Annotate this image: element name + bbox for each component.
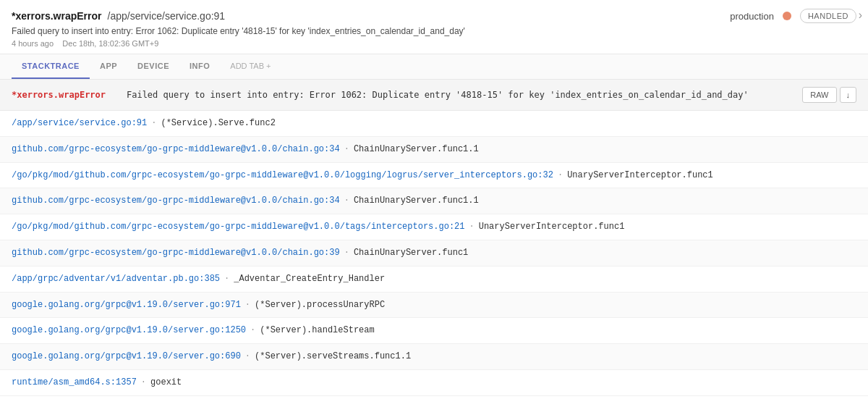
stack-frame: github.com/grpc-ecosystem/go-grpc-middle… <box>0 137 868 163</box>
download-icon: ↓ <box>846 91 851 99</box>
stacktrace-separator <box>111 90 121 100</box>
frame-path: google.golang.org/grpc@v1.19.0/server.go… <box>12 324 246 337</box>
frame-separator: · <box>141 377 146 389</box>
stack-frame: github.com/grpc-ecosystem/go-grpc-middle… <box>0 240 868 267</box>
error-meta: 4 hours ago Dec 18th, 18:02:36 GMT+9 <box>12 39 856 48</box>
frame-separator: · <box>224 273 229 285</box>
stack-frame: google.golang.org/grpc@v1.19.0/server.go… <box>0 293 868 319</box>
frame-func: goexit <box>150 377 182 389</box>
frame-func: ChainUnaryServer.func1.1 <box>354 195 479 207</box>
tab-bar: STACKTRACE APP DEVICE INFO ADD TAB + <box>0 54 868 80</box>
collapse-button[interactable]: › <box>853 6 868 25</box>
handled-badge: HANDLED <box>800 9 856 23</box>
error-message: Failed query to insert into entry: Error… <box>12 26 856 36</box>
error-type: *xerrors.wrapError <box>12 10 102 22</box>
frame-func: ChainUnaryServer.func1.1 <box>354 143 479 156</box>
frame-separator: · <box>344 195 349 207</box>
frame-func: _Adventar_CreateEntry_Handler <box>234 273 385 285</box>
environment-label: production <box>730 11 774 22</box>
stacktrace-content: /app/service/service.go:91 · (*Service).… <box>0 111 868 396</box>
frame-path: /go/pkg/mod/github.com/grpc-ecosystem/go… <box>12 169 553 182</box>
frame-path: google.golang.org/grpc@v1.19.0/server.go… <box>12 351 241 363</box>
stacktrace-error-message: Failed query to insert into entry: Error… <box>127 90 749 100</box>
error-header: › *xerrors.wrapError /app/service/servic… <box>0 0 868 54</box>
stacktrace-buttons: RAW ↓ <box>802 87 856 103</box>
time-ago: 4 hours ago <box>12 39 54 48</box>
frame-path: github.com/grpc-ecosystem/go-grpc-middle… <box>12 195 340 207</box>
stack-frame: github.com/grpc-ecosystem/go-grpc-middle… <box>0 188 868 214</box>
frame-separator: · <box>250 324 255 337</box>
frame-func: UnaryServerInterceptor.func1 <box>567 169 713 182</box>
error-location: /app/service/service.go:91 <box>108 10 226 22</box>
stacktrace-error-info: *xerrors.wrapError Failed query to inser… <box>12 90 749 100</box>
frame-path: /app/service/service.go:91 <box>12 117 147 130</box>
tab-app[interactable]: APP <box>90 54 127 79</box>
status-dot <box>783 12 791 20</box>
frame-func: ChainUnaryServer.func1 <box>354 247 468 259</box>
download-button[interactable]: ↓ <box>840 87 857 103</box>
frame-separator: · <box>344 143 349 156</box>
timestamp: Dec 18th, 18:02:36 GMT+9 <box>62 39 158 48</box>
tab-add[interactable]: ADD TAB + <box>220 54 281 79</box>
frame-path: /go/pkg/mod/github.com/grpc-ecosystem/go… <box>12 221 465 233</box>
tab-stacktrace[interactable]: STACKTRACE <box>12 54 90 79</box>
stack-frame: /go/pkg/mod/github.com/grpc-ecosystem/go… <box>0 163 868 189</box>
error-panel: › *xerrors.wrapError /app/service/servic… <box>0 0 868 396</box>
frame-separator: · <box>151 117 156 130</box>
frame-func: UnaryServerInterceptor.func1 <box>479 221 625 233</box>
frame-separator: · <box>245 351 250 363</box>
tab-device[interactable]: DEVICE <box>127 54 179 79</box>
stack-frame: /go/pkg/mod/github.com/grpc-ecosystem/go… <box>0 214 868 240</box>
frame-path: github.com/grpc-ecosystem/go-grpc-middle… <box>12 143 340 156</box>
frame-func: (*Service).Serve.func2 <box>161 117 275 130</box>
frame-path: runtime/asm_amd64.s:1357 <box>12 377 137 389</box>
frame-separator: · <box>344 247 349 259</box>
frame-func: (*Server).serveStreams.func1.1 <box>255 351 411 363</box>
stack-frame: runtime/asm_amd64.s:1357 · goexit <box>0 370 868 396</box>
header-right: production HANDLED <box>730 9 856 23</box>
stacktrace-header: *xerrors.wrapError Failed query to inser… <box>0 80 868 111</box>
frame-separator: · <box>469 221 475 233</box>
error-title: *xerrors.wrapError /app/service/service.… <box>12 10 225 22</box>
frame-func: (*Server).handleStream <box>260 324 374 337</box>
stacktrace-error-type: *xerrors.wrapError <box>12 90 106 100</box>
raw-button[interactable]: RAW <box>802 87 836 103</box>
frame-path: google.golang.org/grpc@v1.19.0/server.go… <box>12 299 241 311</box>
tab-info[interactable]: INFO <box>179 54 220 79</box>
frame-path: /app/grpc/adventar/v1/adventar.pb.go:385 <box>12 273 220 285</box>
frame-path: github.com/grpc-ecosystem/go-grpc-middle… <box>12 247 340 259</box>
frame-separator: · <box>245 299 250 311</box>
stack-frame: google.golang.org/grpc@v1.19.0/server.go… <box>0 318 868 344</box>
frame-func: (*Server).processUnaryRPC <box>255 299 385 311</box>
stack-frame: google.golang.org/grpc@v1.19.0/server.go… <box>0 344 868 370</box>
frame-separator: · <box>558 169 563 182</box>
stack-frame: /app/service/service.go:91 · (*Service).… <box>0 111 868 137</box>
stack-frame: /app/grpc/adventar/v1/adventar.pb.go:385… <box>0 267 868 293</box>
